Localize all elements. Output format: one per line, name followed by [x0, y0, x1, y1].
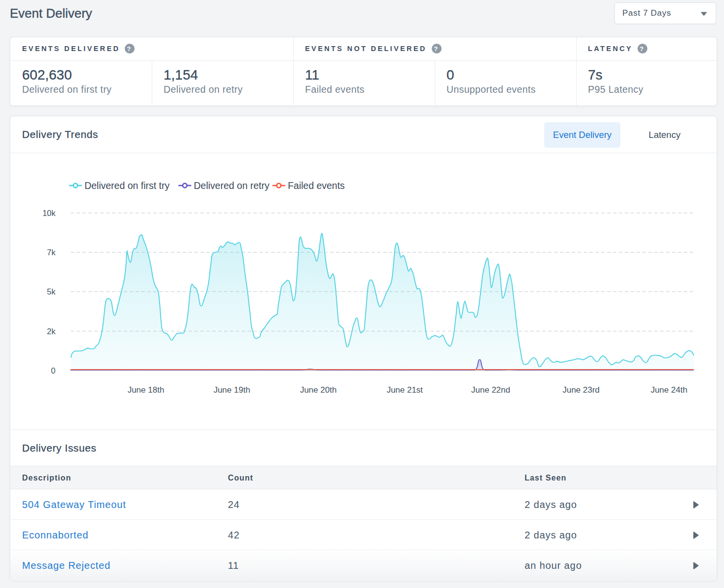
svg-text:June 24th: June 24th: [651, 385, 688, 395]
svg-text:0: 0: [51, 366, 56, 375]
svg-text:June 21st: June 21st: [387, 385, 423, 395]
svg-text:?: ?: [434, 45, 439, 52]
svg-text:5k: 5k: [47, 287, 56, 296]
svg-text:?: ?: [640, 45, 645, 52]
svg-text:7k: 7k: [47, 248, 56, 257]
svg-text:Failed events: Failed events: [288, 180, 345, 191]
svg-text:June 19th: June 19th: [214, 385, 251, 395]
svg-text:June 22nd: June 22nd: [471, 385, 510, 395]
svg-text:Delivered on first try: Delivered on first try: [84, 180, 170, 191]
svg-text:?: ?: [127, 45, 133, 52]
svg-text:June 23rd: June 23rd: [562, 385, 600, 395]
svg-text:2k: 2k: [47, 327, 56, 336]
svg-text:Delivered on retry: Delivered on retry: [194, 180, 270, 191]
svg-text:June 18th: June 18th: [128, 385, 165, 395]
svg-text:10k: 10k: [42, 209, 56, 217]
svg-text:June 20th: June 20th: [300, 385, 337, 395]
